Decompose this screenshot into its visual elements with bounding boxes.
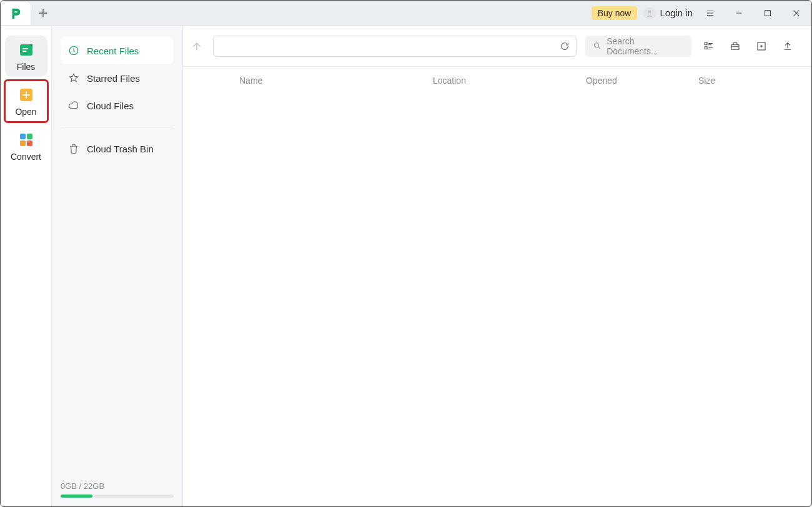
list-view-icon — [703, 41, 715, 52]
storage-fill — [61, 495, 92, 498]
minimize-icon — [735, 9, 743, 17]
rail-item-open[interactable]: Open — [5, 81, 47, 122]
close-icon — [792, 9, 801, 17]
rail-item-files[interactable]: Files — [5, 36, 47, 77]
new-tab-button[interactable] — [31, 1, 56, 25]
table-header: Name Location Opened Size — [183, 67, 811, 94]
svg-rect-10 — [27, 140, 32, 146]
storage-text: 0GB / 22GB — [61, 481, 174, 491]
refresh-icon[interactable] — [560, 41, 570, 51]
nav-item-starred-files[interactable]: Starred Files — [61, 64, 174, 92]
nav-item-label: Recent Files — [87, 46, 139, 56]
nav-up-button[interactable] — [189, 41, 204, 51]
storage-bar — [61, 495, 174, 498]
search-placeholder: Search Documents... — [607, 36, 684, 56]
toolbox-icon — [730, 41, 741, 52]
nav-item-label: Starred Files — [87, 73, 140, 84]
login-button[interactable]: Login in — [643, 7, 693, 19]
search-icon — [593, 41, 602, 51]
nav-item-label: Cloud Trash Bin — [87, 144, 154, 154]
clock-icon — [68, 45, 79, 56]
trash-icon — [68, 143, 79, 154]
nav-separator — [61, 127, 174, 127]
convert-icon — [18, 132, 34, 148]
content-area: Search Documents... Name Location Opened… — [183, 26, 811, 506]
svg-point-12 — [594, 43, 598, 47]
nav-panel: Recent Files Starred Files Cloud Files C… — [52, 26, 183, 506]
nav-item-recent-files[interactable]: Recent Files — [61, 37, 174, 64]
window-close-button[interactable] — [785, 1, 808, 26]
menu-icon — [706, 9, 715, 17]
svg-rect-0 — [14, 11, 17, 12]
svg-rect-3 — [20, 44, 32, 56]
new-button[interactable] — [753, 37, 770, 55]
svg-rect-8 — [27, 134, 32, 139]
plus-icon — [39, 9, 47, 17]
window-maximize-button[interactable] — [756, 1, 779, 26]
window-minimize-button[interactable] — [728, 1, 750, 26]
storage-indicator: 0GB / 22GB — [61, 481, 174, 498]
left-rail: Files Open Convert — [1, 26, 52, 506]
svg-rect-14 — [705, 46, 707, 49]
svg-point-1 — [648, 10, 651, 13]
star-icon — [68, 72, 79, 84]
svg-rect-13 — [705, 42, 707, 45]
path-input[interactable] — [213, 36, 577, 57]
column-size[interactable]: Size — [698, 76, 796, 86]
svg-rect-7 — [20, 134, 26, 139]
nav-item-cloud-files[interactable]: Cloud Files — [61, 92, 174, 119]
svg-rect-2 — [765, 10, 771, 16]
svg-rect-5 — [22, 51, 26, 52]
rail-item-convert[interactable]: Convert — [5, 126, 47, 167]
svg-rect-9 — [20, 140, 26, 146]
buy-now-button[interactable]: Buy now — [592, 6, 638, 20]
upload-button[interactable] — [779, 37, 796, 55]
app-tab[interactable] — [1, 2, 31, 25]
files-icon — [18, 42, 34, 58]
column-opened[interactable]: Opened — [586, 76, 698, 86]
rail-label: Convert — [11, 152, 41, 162]
new-file-icon — [756, 41, 767, 52]
search-input[interactable]: Search Documents... — [585, 36, 691, 57]
view-list-button[interactable] — [700, 37, 718, 55]
toolbar: Search Documents... — [183, 26, 811, 67]
hamburger-menu-button[interactable] — [699, 1, 721, 26]
nav-item-cloud-trash[interactable]: Cloud Trash Bin — [61, 135, 174, 162]
login-label: Login in — [660, 7, 693, 18]
nav-item-label: Cloud Files — [87, 101, 134, 111]
titlebar: Buy now Login in — [1, 1, 811, 26]
open-icon — [18, 87, 34, 103]
svg-rect-4 — [22, 48, 28, 49]
cloud-icon — [68, 100, 79, 111]
rail-label: Open — [15, 107, 36, 117]
rail-label: Files — [17, 62, 36, 72]
column-name[interactable]: Name — [239, 76, 433, 86]
arrow-up-icon — [192, 41, 202, 51]
avatar-icon — [643, 7, 656, 19]
upload-icon — [782, 41, 793, 52]
column-location[interactable]: Location — [433, 76, 586, 86]
app-logo-icon — [9, 7, 22, 21]
maximize-icon — [763, 9, 772, 17]
toolbox-button[interactable] — [726, 37, 744, 55]
